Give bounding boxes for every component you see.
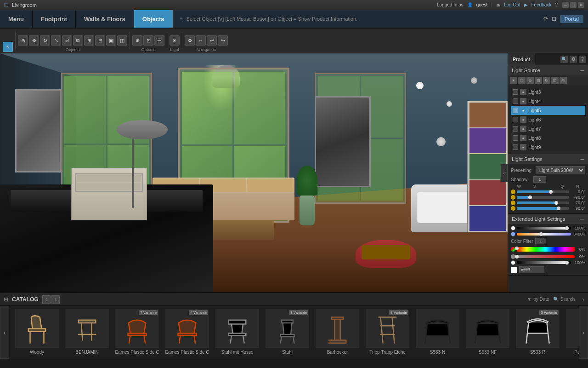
slider-row-3: 90,0° [511, 206, 585, 211]
light-item-9[interactable]: ● Light9 [511, 143, 585, 152]
tool-opt1[interactable]: ⊕ [132, 35, 142, 46]
tool-delete[interactable]: ⊟ [95, 35, 105, 46]
win-minimize[interactable]: ─ [562, 2, 569, 8]
tool-rotate[interactable]: ↻ [40, 35, 50, 46]
slider-track-1[interactable] [517, 196, 569, 199]
light-item-8[interactable]: ● Light8 [511, 133, 585, 143]
tool-nav-orbit[interactable]: ↔ [196, 35, 206, 46]
tool-scale[interactable]: ⤡ [51, 35, 61, 46]
tool-select[interactable]: ↖ [3, 42, 13, 52]
preset-select[interactable]: Light Bulb 200W [536, 166, 585, 174]
tool-nav-redo[interactable]: ↪ [218, 35, 228, 46]
catalog-item[interactable]: S533 NF [464, 308, 512, 356]
light-item-3[interactable]: ● Light3 [511, 87, 585, 97]
catalog-expand[interactable]: › [582, 296, 584, 303]
light-settings-header[interactable]: Light Settings ─ [508, 154, 588, 164]
tool-mirror[interactable]: ⇌ [62, 35, 72, 46]
tool-paste[interactable]: ⊞ [84, 35, 94, 46]
win-maximize[interactable]: □ [570, 2, 577, 8]
panel-icon-search[interactable]: 🔍 [560, 56, 568, 63]
tool-ungroup[interactable]: ◫ [117, 35, 127, 46]
extended-minimize[interactable]: ─ [580, 216, 584, 222]
light8-toggle[interactable] [513, 135, 518, 141]
catalog-prev[interactable]: ‹ [42, 295, 51, 304]
nav-footprint[interactable]: Footprint [33, 10, 76, 28]
light-item-6[interactable]: ● Light6 [511, 115, 585, 124]
slider-track-0[interactable] [517, 190, 569, 193]
catalog-item[interactable]: Stuhl mit Husse [213, 308, 261, 356]
nav-walls-floors[interactable]: Walls & Floors [76, 10, 134, 28]
hue-slider[interactable] [517, 247, 575, 252]
light7-toggle[interactable] [513, 126, 518, 132]
catalog-item[interactable]: 7 VarianteTripp Trapp Eiche [363, 308, 412, 356]
catalog-item[interactable]: BENJAMIN [63, 308, 111, 356]
tool-nav-undo[interactable]: ↩ [207, 35, 217, 46]
ls-icon-3[interactable]: ⊕ [526, 77, 534, 84]
feedback-link[interactable]: Feedback [531, 2, 552, 7]
catalog-item[interactable]: 7 VarianteStuhl [263, 308, 311, 356]
slider-track-2[interactable] [517, 201, 569, 204]
help-btn[interactable]: ? [555, 2, 558, 7]
light6-toggle[interactable] [513, 117, 518, 122]
nav-objects[interactable]: Objects [134, 10, 173, 28]
light-item-4[interactable]: ● Light4 [511, 97, 585, 106]
light-source-minimize[interactable]: ─ [580, 67, 584, 74]
ls-icon-6[interactable]: ⊡ [551, 77, 559, 84]
tool-opt2[interactable]: ⊡ [143, 35, 153, 46]
color-swatch[interactable] [511, 267, 517, 273]
light4-toggle[interactable] [513, 98, 518, 104]
tool-opt3[interactable]: ☰ [154, 35, 164, 46]
tool-light[interactable]: ☀ [170, 35, 180, 46]
color-filter-input[interactable] [535, 238, 546, 244]
ls-icon-5[interactable]: ↻ [543, 77, 550, 84]
catalog-scroll-right[interactable]: › [579, 306, 588, 359]
viewport[interactable]: › [0, 53, 508, 292]
saturation-slider[interactable] [517, 255, 575, 258]
nav-icon-1[interactable]: ⟳ [543, 16, 548, 22]
ls-icon-1[interactable]: ☀ [510, 77, 517, 84]
brightness-slider[interactable] [517, 227, 571, 230]
panel-icon-help[interactable]: ? [579, 56, 586, 63]
slider-track-3[interactable] [517, 207, 569, 210]
extended-light-header[interactable]: Extended Light Settings ─ [508, 214, 588, 224]
light-item-7[interactable]: ● Light7 [511, 124, 585, 133]
logout-link[interactable]: Log Out [504, 2, 520, 7]
tool-nav-pan[interactable]: ✥ [185, 35, 195, 46]
tool-copy[interactable]: ⧉ [73, 35, 83, 46]
catalog-next[interactable]: › [51, 295, 60, 304]
light9-toggle[interactable] [513, 144, 518, 150]
nav-menu[interactable]: Menu [0, 10, 33, 28]
colortemp-slider[interactable] [517, 233, 571, 236]
catalog-search[interactable]: 🔍 Search [553, 297, 575, 302]
tool-add-obj[interactable]: ⊕ [18, 35, 28, 46]
catalog-item[interactable]: Woody [13, 308, 61, 356]
catalog-item[interactable]: Barhocker [313, 308, 362, 356]
tool-group[interactable]: ▣ [106, 35, 116, 46]
light-settings-minimize[interactable]: ─ [580, 156, 584, 162]
light5-toggle[interactable] [513, 108, 518, 113]
ls-icon-4[interactable]: ⊟ [535, 77, 542, 84]
light-item-5[interactable]: ● Light5 [511, 106, 585, 115]
light-source-header[interactable]: Light Source ─ [508, 65, 588, 75]
catalog-item[interactable]: S533 N [413, 308, 462, 356]
tab-product[interactable]: Product [508, 53, 535, 65]
lightness-slider[interactable] [517, 261, 571, 264]
catalog-scroll-left[interactable]: ‹ [0, 306, 9, 359]
catalog-item[interactable]: 3 VarianteS533 R [514, 308, 562, 356]
catalog-item[interactable]: 7 VarianteEames Plastic Side C [113, 308, 161, 356]
light3-toggle[interactable] [513, 89, 518, 95]
nav-icon-2[interactable]: ⊡ [552, 16, 556, 22]
tool-move[interactable]: ✥ [29, 35, 39, 46]
catalog-item[interactable]: 4 VarianteEames Plastic Side C [163, 308, 211, 356]
shadow-input[interactable] [533, 176, 546, 183]
catalog-item[interactable]: Panton Chair [564, 308, 579, 356]
ls-icon-7[interactable]: ◎ [560, 77, 567, 84]
portal-button[interactable]: Portal [560, 15, 583, 23]
catalog-sort[interactable]: ▼ by Date [527, 297, 549, 302]
panel-collapse-arrow[interactable]: › [500, 164, 508, 182]
ls-icon-2[interactable]: ⬡ [518, 77, 526, 84]
panel-icon-settings[interactable]: ⚙ [570, 56, 577, 63]
win-close[interactable]: ✕ [578, 2, 584, 8]
hex-input[interactable] [519, 266, 544, 273]
catalog-item-image [466, 309, 509, 348]
